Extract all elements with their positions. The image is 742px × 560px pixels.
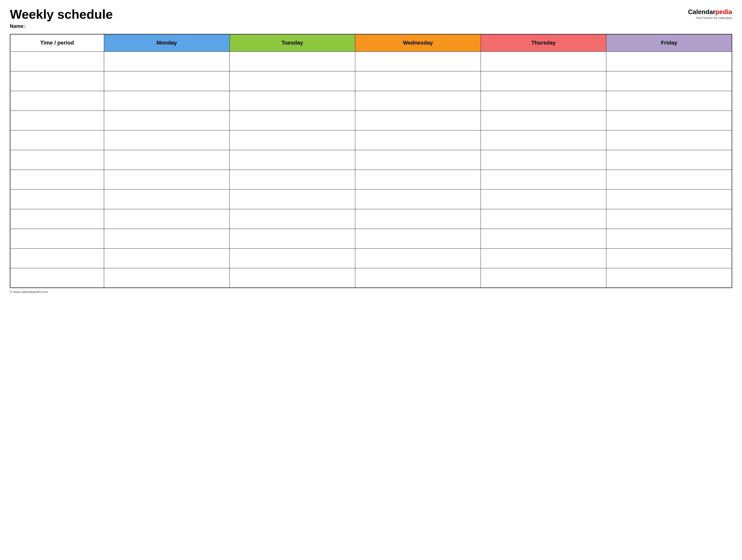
page-title: Weekly schedule (10, 7, 113, 21)
table-row (10, 209, 732, 229)
table-cell[interactable] (104, 209, 229, 229)
table-cell[interactable] (355, 209, 481, 229)
logo-section: Calendarpedia Your source for calendars (688, 7, 732, 20)
table-cell[interactable] (606, 248, 732, 268)
title-section: Weekly schedule Name: (10, 7, 113, 29)
table-cell[interactable] (229, 51, 355, 71)
header-row: Time / period Monday Tuesday Wednesday T… (10, 34, 732, 51)
table-cell[interactable] (104, 91, 229, 111)
table-cell[interactable] (481, 229, 606, 248)
table-cell[interactable] (229, 268, 355, 288)
table-cell[interactable] (355, 268, 481, 288)
table-cell[interactable] (481, 130, 606, 150)
table-cell[interactable] (10, 71, 104, 91)
table-cell[interactable] (606, 189, 732, 209)
logo-pedia: pedia (716, 8, 732, 15)
table-cell[interactable] (606, 170, 732, 189)
table-cell[interactable] (229, 130, 355, 150)
table-cell[interactable] (104, 51, 229, 71)
table-cell[interactable] (104, 229, 229, 248)
table-cell[interactable] (10, 150, 104, 170)
table-cell[interactable] (104, 71, 229, 91)
table-cell[interactable] (10, 248, 104, 268)
col-header-time: Time / period (10, 34, 104, 51)
table-cell[interactable] (229, 229, 355, 248)
table-row (10, 268, 732, 288)
table-cell[interactable] (229, 91, 355, 111)
copyright-text: © www.calendarpedia.com (10, 290, 48, 294)
table-cell[interactable] (10, 229, 104, 248)
table-cell[interactable] (606, 91, 732, 111)
table-cell[interactable] (481, 71, 606, 91)
table-cell[interactable] (104, 170, 229, 189)
table-cell[interactable] (355, 170, 481, 189)
table-cell[interactable] (104, 111, 229, 130)
table-cell[interactable] (104, 189, 229, 209)
table-cell[interactable] (606, 130, 732, 150)
table-cell[interactable] (355, 111, 481, 130)
table-cell[interactable] (355, 189, 481, 209)
table-cell[interactable] (104, 248, 229, 268)
col-header-monday: Monday (104, 34, 229, 51)
table-cell[interactable] (355, 248, 481, 268)
logo-calendar: Calendar (688, 8, 716, 15)
table-row (10, 130, 732, 150)
logo-tagline: Your source for calendars (696, 16, 732, 20)
table-cell[interactable] (229, 248, 355, 268)
table-cell[interactable] (10, 170, 104, 189)
table-cell[interactable] (481, 150, 606, 170)
table-cell[interactable] (355, 150, 481, 170)
table-row (10, 229, 732, 248)
table-row (10, 170, 732, 189)
table-row (10, 150, 732, 170)
table-row (10, 51, 732, 71)
table-row (10, 248, 732, 268)
table-cell[interactable] (10, 209, 104, 229)
table-cell[interactable] (606, 209, 732, 229)
table-cell[interactable] (606, 111, 732, 130)
table-row (10, 71, 732, 91)
table-cell[interactable] (229, 150, 355, 170)
table-cell[interactable] (229, 170, 355, 189)
table-cell[interactable] (104, 268, 229, 288)
table-cell[interactable] (355, 71, 481, 91)
table-cell[interactable] (481, 51, 606, 71)
table-row (10, 91, 732, 111)
table-cell[interactable] (481, 248, 606, 268)
table-cell[interactable] (104, 130, 229, 150)
table-row (10, 189, 732, 209)
table-cell[interactable] (481, 170, 606, 189)
page-header: Weekly schedule Name: Calendarpedia Your… (10, 7, 732, 29)
table-cell[interactable] (606, 229, 732, 248)
col-header-wednesday: Wednesday (355, 34, 481, 51)
table-cell[interactable] (481, 91, 606, 111)
table-cell[interactable] (606, 71, 732, 91)
table-cell[interactable] (10, 91, 104, 111)
table-cell[interactable] (10, 268, 104, 288)
table-cell[interactable] (10, 130, 104, 150)
table-cell[interactable] (355, 51, 481, 71)
table-cell[interactable] (606, 268, 732, 288)
table-cell[interactable] (229, 111, 355, 130)
col-header-thursday: Thursday (481, 34, 606, 51)
table-cell[interactable] (355, 91, 481, 111)
table-cell[interactable] (229, 209, 355, 229)
table-cell[interactable] (10, 51, 104, 71)
table-cell[interactable] (355, 229, 481, 248)
table-cell[interactable] (606, 150, 732, 170)
table-cell[interactable] (481, 189, 606, 209)
table-cell[interactable] (10, 189, 104, 209)
name-label: Name: (10, 23, 113, 29)
schedule-table: Time / period Monday Tuesday Wednesday T… (10, 34, 732, 288)
table-cell[interactable] (606, 51, 732, 71)
footer: © www.calendarpedia.com (10, 290, 732, 294)
table-cell[interactable] (481, 268, 606, 288)
table-cell[interactable] (481, 111, 606, 130)
table-cell[interactable] (481, 209, 606, 229)
table-cell[interactable] (229, 189, 355, 209)
table-cell[interactable] (10, 111, 104, 130)
logo-text: Calendarpedia (688, 8, 732, 15)
table-cell[interactable] (229, 71, 355, 91)
table-cell[interactable] (355, 130, 481, 150)
table-cell[interactable] (104, 150, 229, 170)
